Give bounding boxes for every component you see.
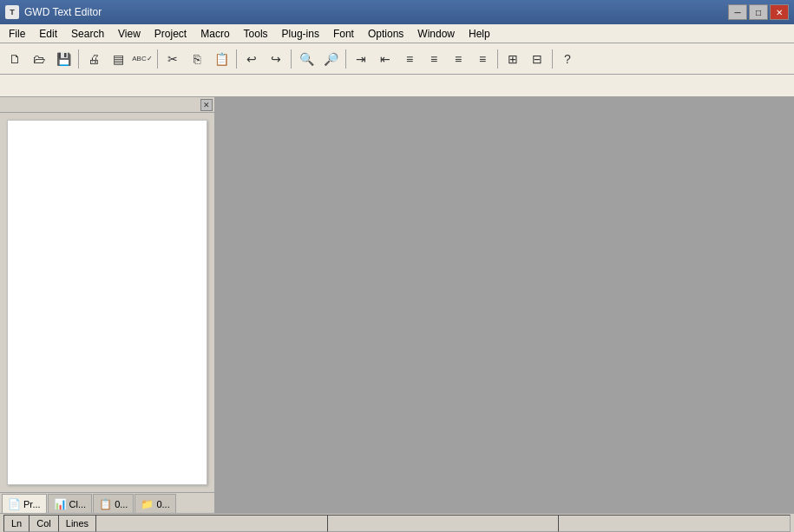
menu-item-search[interactable]: Search xyxy=(64,26,111,42)
menu-item-plug-ins[interactable]: Plug-ins xyxy=(275,26,326,42)
toolbar-separator xyxy=(291,49,292,69)
left-tab-label-2: 0... xyxy=(115,499,128,509)
menu-item-font[interactable]: Font xyxy=(326,26,361,42)
left-tab-3[interactable]: 📁0... xyxy=(135,494,175,513)
toolbar-separator xyxy=(497,49,498,69)
right-area xyxy=(215,97,794,513)
left-tab-0[interactable]: 📄Pr... xyxy=(2,494,47,513)
insert-2-button[interactable]: ⊟ xyxy=(526,48,548,70)
document-area[interactable] xyxy=(7,120,207,485)
toolbar-separator xyxy=(236,49,237,69)
left-tab-label-0: Pr... xyxy=(23,499,41,509)
format-bar xyxy=(0,75,794,97)
help-button[interactable]: ? xyxy=(556,48,579,70)
left-tab-icon-0: 📄 xyxy=(8,498,21,510)
paste-button[interactable]: 📋 xyxy=(210,48,233,70)
redo-button[interactable]: ↪ xyxy=(265,48,287,70)
insert-1-button[interactable]: ⊞ xyxy=(502,48,524,70)
menu-item-macro[interactable]: Macro xyxy=(194,26,236,42)
status-extra-2 xyxy=(327,515,559,532)
left-tab-label-3: 0... xyxy=(156,499,169,509)
print-preview-button[interactable]: ▤ xyxy=(107,48,129,70)
menu-item-window[interactable]: Window xyxy=(410,26,462,42)
toolbar-separator xyxy=(78,49,79,69)
align-center-button[interactable]: ≡ xyxy=(423,48,445,70)
menu-item-file[interactable]: File xyxy=(2,26,32,42)
status-extra-3 xyxy=(558,515,791,532)
app-icon: T xyxy=(5,5,19,19)
menu-item-tools[interactable]: Tools xyxy=(237,26,275,42)
left-panel: ✕ 📄Pr...📊Cl...📋0...📁0... xyxy=(0,97,215,513)
toolbar-separator xyxy=(345,49,346,69)
left-tab-icon-2: 📋 xyxy=(99,498,112,510)
status-bar: Ln Col Lines xyxy=(0,513,794,532)
title-text: GWD Text Editor xyxy=(24,6,728,18)
left-panel-close-button[interactable]: ✕ xyxy=(200,99,213,111)
left-tab-label-1: Cl... xyxy=(69,499,87,509)
menu-item-view[interactable]: View xyxy=(111,26,148,42)
left-tab-icon-3: 📁 xyxy=(141,498,154,510)
new-file-button[interactable]: 🗋 xyxy=(3,48,26,70)
decrease-indent-button[interactable]: ⇤ xyxy=(374,48,397,70)
toolbar-separator xyxy=(157,49,158,69)
left-tab-1[interactable]: 📊Cl... xyxy=(48,494,93,513)
align-right-button[interactable]: ≡ xyxy=(447,48,469,70)
maximize-button[interactable]: □ xyxy=(749,4,768,20)
align-left-button[interactable]: ≡ xyxy=(398,48,421,70)
increase-indent-button[interactable]: ⇥ xyxy=(350,48,372,70)
find-replace-button[interactable]: 🔎 xyxy=(319,48,342,70)
copy-button[interactable]: ⎘ xyxy=(186,48,208,70)
left-tabs: 📄Pr...📊Cl...📋0...📁0... xyxy=(0,492,214,513)
align-justify-button[interactable]: ≡ xyxy=(471,48,494,70)
status-col: Col xyxy=(29,515,58,532)
menu-item-options[interactable]: Options xyxy=(361,26,410,42)
menu-item-edit[interactable]: Edit xyxy=(32,26,64,42)
title-bar: T GWD Text Editor ─ □ ✕ xyxy=(0,0,794,24)
menu-item-help[interactable]: Help xyxy=(462,26,497,42)
minimize-button[interactable]: ─ xyxy=(728,4,747,20)
left-tab-2[interactable]: 📋0... xyxy=(93,494,134,513)
left-panel-header: ✕ xyxy=(0,97,214,113)
close-button[interactable]: ✕ xyxy=(770,4,789,20)
main-area: ✕ 📄Pr...📊Cl...📋0...📁0... xyxy=(0,97,794,513)
status-extra-1 xyxy=(95,515,327,532)
spell-check-button[interactable]: ABC✓ xyxy=(131,48,154,70)
toolbar-separator xyxy=(552,49,553,69)
toolbar: 🗋🗁💾🖨▤ABC✓✂⎘📋↩↪🔍🔎⇥⇤≡≡≡≡⊞⊟? xyxy=(0,43,794,75)
title-buttons: ─ □ ✕ xyxy=(728,4,789,20)
print-button[interactable]: 🖨 xyxy=(82,48,105,70)
undo-button[interactable]: ↩ xyxy=(240,48,263,70)
cut-button[interactable]: ✂ xyxy=(161,48,184,70)
find-button[interactable]: 🔍 xyxy=(295,48,318,70)
left-tab-icon-1: 📊 xyxy=(54,498,67,510)
menu-bar: FileEditSearchViewProjectMacroToolsPlug-… xyxy=(0,24,794,43)
menu-item-project[interactable]: Project xyxy=(148,26,194,42)
status-lines: Lines xyxy=(58,515,95,532)
open-file-button[interactable]: 🗁 xyxy=(28,48,50,70)
save-file-button[interactable]: 💾 xyxy=(52,48,75,70)
status-ln: Ln xyxy=(3,515,29,532)
